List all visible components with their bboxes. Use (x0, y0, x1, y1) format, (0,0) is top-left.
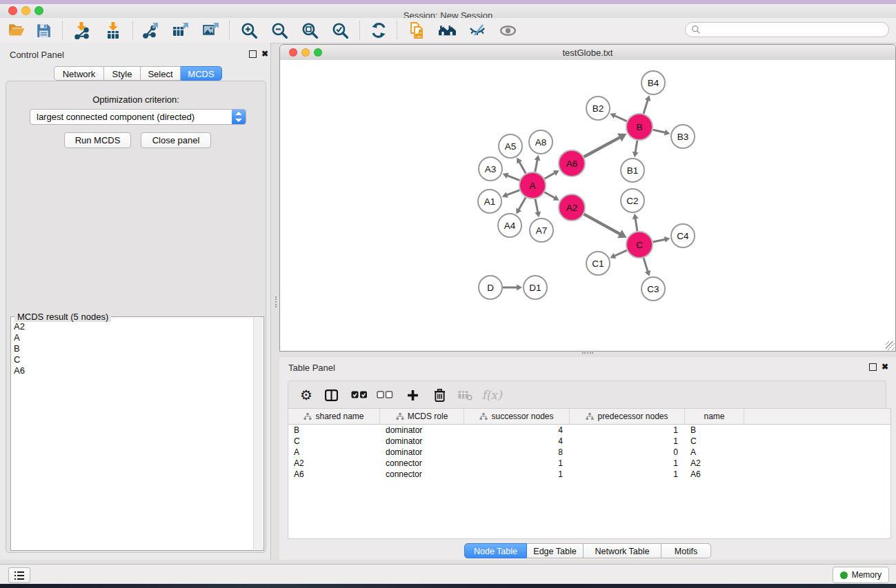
import-network-icon[interactable] (72, 20, 91, 41)
zoom-out-icon[interactable] (270, 20, 289, 41)
table-cell[interactable]: 1 (570, 436, 685, 447)
tab-network[interactable]: Network (54, 66, 104, 81)
graph-node-A7[interactable]: A7 (530, 219, 553, 242)
table-cell[interactable]: 8 (464, 447, 570, 458)
table-cell[interactable]: 1 (570, 425, 685, 436)
graph-edge-C-C3[interactable] (644, 258, 648, 272)
table-cell[interactable]: dominator (380, 447, 464, 458)
column-header-successor-nodes[interactable]: successor nodes (464, 409, 570, 424)
export-image-icon[interactable] (201, 20, 221, 41)
memory-button[interactable]: Memory (833, 567, 889, 583)
table-cell[interactable]: C (685, 436, 744, 447)
zoom-fit-icon[interactable] (300, 20, 319, 41)
table-cell[interactable]: 1 (464, 458, 570, 469)
table-cell[interactable]: A6 (288, 469, 380, 480)
graph-node-C3[interactable]: C3 (641, 277, 665, 301)
save-session-icon[interactable] (34, 20, 53, 41)
show-panels-list-button[interactable] (8, 567, 30, 583)
graph-edge-C-C2[interactable] (635, 219, 637, 231)
result-list-item[interactable]: A (14, 332, 252, 343)
column-header-predecessor-nodes[interactable]: predecessor nodes (570, 409, 685, 424)
graph-node-B3[interactable]: B3 (671, 125, 695, 148)
delete-rows-trash-icon[interactable] (432, 385, 446, 405)
graph-edge-B-B3[interactable] (653, 130, 666, 132)
show-panel-eye-icon[interactable] (498, 20, 517, 41)
table-row[interactable]: A6connector11A6 (288, 469, 890, 480)
graph-edge-A-A3[interactable] (507, 176, 519, 181)
graph-edge-A-A8[interactable] (535, 160, 537, 172)
graph-node-B1[interactable]: B1 (621, 159, 644, 182)
graph-node-B4[interactable]: B4 (641, 71, 665, 94)
result-list-item[interactable]: C (14, 354, 252, 365)
refresh-view-icon[interactable] (369, 20, 388, 41)
graph-node-A[interactable]: A (519, 172, 546, 199)
new-network-from-selection-icon[interactable] (407, 20, 426, 41)
table-cell[interactable]: 1 (464, 469, 570, 480)
graph-node-A3[interactable]: A3 (479, 157, 502, 181)
graph-edge-C-C1[interactable] (615, 250, 627, 256)
graph-edge-A-A4[interactable] (519, 197, 526, 210)
graph-edge-A6-B[interactable] (584, 137, 620, 156)
graph-node-B2[interactable]: B2 (586, 97, 610, 120)
graph-node-A2[interactable]: A2 (559, 194, 585, 221)
tab-select[interactable]: Select (141, 66, 181, 81)
tab-edge-table[interactable]: Edge Table (527, 543, 584, 558)
zoom-selected-icon[interactable] (330, 20, 350, 41)
table-row[interactable]: Bdominator41B (288, 425, 890, 436)
tab-style[interactable]: Style (104, 66, 141, 81)
table-cell[interactable]: A6 (685, 469, 744, 480)
graph-edge-B-B2[interactable] (615, 116, 627, 121)
home-layout-icon[interactable] (437, 20, 457, 41)
table-cell[interactable]: 1 (570, 458, 685, 469)
tab-node-table[interactable]: Node Table (464, 543, 527, 558)
delete-table-icon[interactable] (457, 385, 473, 405)
tab-motifs[interactable]: Motifs (661, 543, 711, 558)
graph-edge-B-B1[interactable] (635, 141, 637, 152)
control-panel-float-icon[interactable] (249, 50, 257, 58)
network-canvas[interactable]: B4B2BB3A5A8A6A3B1AA1C2A2A4A7C4CC1C3DD1 (280, 60, 895, 351)
graph-node-A1[interactable]: A1 (478, 190, 501, 213)
optimization-criterion-select[interactable]: largest connected component (directed) (30, 109, 246, 125)
run-mcds-button[interactable]: Run MCDS (64, 132, 131, 148)
graph-edge-A-A7[interactable] (535, 199, 538, 213)
hide-panel-eye-slash-icon[interactable] (468, 20, 487, 41)
table-row[interactable]: A2connector11A2 (288, 458, 890, 469)
table-cell[interactable]: dominator (380, 425, 464, 436)
column-header-MCDS-role[interactable]: MCDS role (380, 409, 464, 424)
graph-edge-A-A6[interactable] (544, 173, 555, 179)
result-scrollbar[interactable] (253, 318, 263, 549)
graph-edge-C-C4[interactable] (653, 239, 666, 242)
graph-edge-B-B4[interactable] (644, 100, 648, 114)
deselect-all-icon[interactable] (376, 385, 394, 405)
select-all-icon[interactable] (350, 385, 368, 405)
table-cell[interactable]: 0 (570, 447, 685, 458)
table-cell[interactable]: A2 (288, 458, 380, 469)
function-builder-icon[interactable]: f(x) (480, 385, 504, 405)
table-cell[interactable]: 4 (464, 436, 570, 447)
graph-node-A8[interactable]: A8 (529, 130, 552, 154)
tab-mcds[interactable]: MCDS (181, 66, 222, 81)
table-cell[interactable]: connector (380, 469, 464, 480)
table-row[interactable]: Cdominator41C (288, 436, 890, 447)
settings-gear-icon[interactable]: ⚙ (298, 385, 315, 405)
add-row-icon[interactable] (405, 385, 420, 405)
graph-edge-A-A2[interactable] (544, 192, 555, 198)
search-field[interactable] (685, 22, 889, 37)
column-header-name[interactable]: name (685, 409, 744, 424)
graph-node-C1[interactable]: C1 (586, 252, 610, 275)
graph-node-C[interactable]: C (626, 232, 653, 258)
graph-node-A4[interactable]: A4 (498, 214, 521, 237)
graph-node-A6[interactable]: A6 (559, 150, 585, 176)
graph-node-D[interactable]: D (479, 276, 502, 299)
result-list-item[interactable]: A2 (14, 321, 252, 332)
window-resize-grip[interactable] (886, 341, 895, 350)
table-row[interactable]: Adominator80A (288, 447, 890, 458)
graph-node-D1[interactable]: D1 (524, 276, 547, 299)
table-panel-close-icon[interactable]: ✖ (882, 363, 888, 371)
table-cell[interactable]: A2 (685, 458, 744, 469)
graph-node-C2[interactable]: C2 (621, 189, 644, 212)
panel-divider-handle-vertical[interactable] (275, 296, 279, 307)
table-cell[interactable]: connector (380, 458, 464, 469)
table-panel-float-icon[interactable] (869, 363, 877, 371)
table-cell[interactable]: 4 (464, 425, 570, 436)
